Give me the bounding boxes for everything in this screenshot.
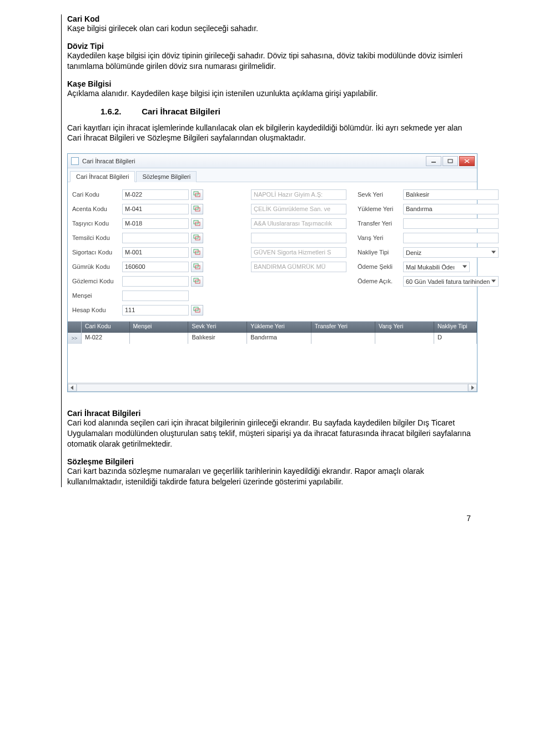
cell-transfer-yeri[interactable] xyxy=(311,333,375,344)
label-gumruk-kodu: Gümrük Kodu xyxy=(72,263,120,270)
grid-header-cari-kodu[interactable]: Cari Kodu xyxy=(82,322,130,333)
lookup-gozlemci-kodu[interactable] xyxy=(191,276,203,287)
window-title: Cari İhracat Bilgileri xyxy=(82,158,135,164)
readonly-sigortaci-desc xyxy=(251,247,346,258)
readonly-temsilci-desc xyxy=(251,233,346,243)
grid-header-varis-yeri[interactable]: Varış Yeri xyxy=(375,322,434,333)
paragraph-intro: Cari kayıtları için ihracat işlemlerinde… xyxy=(67,123,477,144)
select-odeme-sekli[interactable]: Mal Mukabili Ödeı xyxy=(403,262,470,272)
select-odeme-acik[interactable]: 60 Gün Vadeli fatura tarihinden xyxy=(403,276,499,287)
readonly-tasiyici-desc xyxy=(251,218,346,229)
label-cari-kodu: Cari Kodu xyxy=(72,191,120,198)
cell-nakliye-tipi[interactable]: D xyxy=(434,333,477,344)
paragraph-cari-ihracat: Cari kod alanında seçilen cari için ihra… xyxy=(67,418,477,449)
tab-sozlesme[interactable]: Sözleşme Bilgileri xyxy=(136,171,197,182)
heading-sozlesme: Sözleşme Bilgileri xyxy=(67,457,477,466)
label-transfer-yeri: Transfer Yeri xyxy=(358,220,401,227)
grid-empty-area xyxy=(68,344,477,383)
cell-yukleme-yeri[interactable]: Bandırma xyxy=(247,333,311,344)
lookup-sigortaci-kodu[interactable] xyxy=(191,247,203,258)
app-window: Cari İhracat Bilgileri Cari İhracat Bilg… xyxy=(67,153,477,392)
input-gumruk-kodu[interactable] xyxy=(122,262,189,272)
close-button[interactable] xyxy=(459,156,475,166)
grid-header-sevk-yeri[interactable]: Sevk Yeri xyxy=(188,322,247,333)
input-gozlemci-kodu[interactable] xyxy=(122,276,189,287)
input-tasiyici-kodu[interactable] xyxy=(122,218,189,229)
horizontal-scrollbar[interactable] xyxy=(68,383,477,392)
readonly-gumruk-desc xyxy=(251,262,346,272)
label-nakliye-tipi: Nakliye Tipi xyxy=(358,249,401,256)
grid-header-nakliye-tipi[interactable]: Nakliye Tipi xyxy=(434,322,477,333)
lookup-cari-kodu[interactable] xyxy=(191,189,203,200)
table-row[interactable]: >> M-022 Balıkesir Bandırma D xyxy=(68,333,477,344)
paragraph-doviz-tipi: Kaydedilen kaşe bilgisi için döviz tipin… xyxy=(67,51,477,72)
data-grid: Cari Kodu Menşei Sevk Yeri Yükleme Yeri … xyxy=(68,321,477,392)
subchapter-number: 1.6.2. xyxy=(100,107,139,116)
grid-header-mensei[interactable]: Menşei xyxy=(130,322,189,333)
app-icon xyxy=(71,157,79,165)
maximize-button[interactable] xyxy=(443,156,458,166)
label-tasiyici-kodu: Taşıyıcı Kodu xyxy=(72,220,120,227)
label-hesap-kodu: Hesap Kodu xyxy=(72,307,120,313)
select-nakliye-tipi[interactable]: Deniz xyxy=(403,247,499,258)
tab-cari-ihracat[interactable]: Cari İhracat Bilgileri xyxy=(70,171,135,182)
heading-kase-bilgisi: Kaşe Bilgisi xyxy=(67,79,477,88)
readonly-acenta-desc xyxy=(251,204,346,214)
input-sevk-yeri[interactable] xyxy=(403,189,499,200)
page-number: 7 xyxy=(61,495,477,523)
input-sigortaci-kodu[interactable] xyxy=(122,247,189,258)
input-hesap-kodu[interactable] xyxy=(122,305,189,316)
label-gozlemci-kodu: Gözlemci Kodu xyxy=(72,278,120,284)
input-temsilci-kodu[interactable] xyxy=(122,233,189,243)
tab-strip: Cari İhracat Bilgileri Sözleşme Bilgiler… xyxy=(68,168,477,182)
svg-rect-1 xyxy=(448,159,452,163)
heading-doviz-tipi: Döviz Tipi xyxy=(67,42,477,51)
input-yukleme-yeri[interactable] xyxy=(403,204,499,214)
subchapter-heading: 1.6.2. Cari İhracat Bilgileri xyxy=(100,107,477,116)
subchapter-title: Cari İhracat Bilgileri xyxy=(142,107,220,116)
label-temsilci-kodu: Temsilci Kodu xyxy=(72,234,120,241)
svg-marker-21 xyxy=(471,385,474,390)
grid-gutter-head xyxy=(68,322,82,333)
minimize-button[interactable] xyxy=(426,156,441,166)
paragraph-sozlesme: Cari kart bazında sözleşme numaraları ve… xyxy=(67,466,477,487)
paragraph-cari-kod: Kaşe bilgisi girilecek olan cari kodun s… xyxy=(67,23,477,34)
cell-varis-yeri[interactable] xyxy=(375,333,434,344)
cell-cari-kodu[interactable]: M-022 xyxy=(82,333,130,344)
label-sevk-yeri: Sevk Yeri xyxy=(358,191,401,198)
scroll-right-icon[interactable] xyxy=(468,384,477,392)
label-mensei: Menşei xyxy=(72,292,120,299)
lookup-tasiyici-kodu[interactable] xyxy=(191,218,203,229)
label-odeme-sekli: Ödeme Şekli xyxy=(358,263,401,270)
window-titlebar: Cari İhracat Bilgileri xyxy=(68,154,477,168)
input-cari-kodu[interactable] xyxy=(122,189,189,200)
svg-marker-20 xyxy=(71,385,73,390)
heading-cari-ihracat: Cari İhracat Bilgileri xyxy=(67,409,477,418)
heading-cari-kod: Cari Kod xyxy=(67,14,477,23)
form-area: Cari Kodu Acenta Kodu Taşıyıcı Kodu xyxy=(68,182,477,321)
grid-header-yukleme-yeri[interactable]: Yükleme Yeri xyxy=(247,322,311,333)
cell-sevk-yeri[interactable]: Balıkesir xyxy=(188,333,247,344)
grid-header-transfer-yeri[interactable]: Transfer Yeri xyxy=(311,322,375,333)
cell-mensei[interactable] xyxy=(130,333,189,344)
lookup-hesap-kodu[interactable] xyxy=(191,305,203,316)
row-marker-icon: >> xyxy=(68,333,82,344)
label-yukleme-yeri: Yükleme Yeri xyxy=(358,206,401,212)
label-acenta-kodu: Acenta Kodu xyxy=(72,206,120,212)
input-varis-yeri[interactable] xyxy=(403,233,499,243)
label-odeme-acik: Ödeme Açık. xyxy=(358,278,401,284)
lookup-gumruk-kodu[interactable] xyxy=(191,262,203,272)
lookup-temsilci-kodu[interactable] xyxy=(191,233,203,243)
input-transfer-yeri[interactable] xyxy=(403,218,499,229)
lookup-acenta-kodu[interactable] xyxy=(191,204,203,214)
input-mensei[interactable] xyxy=(122,291,189,301)
scroll-left-icon[interactable] xyxy=(68,384,77,392)
label-sigortaci-kodu: Sigortacı Kodu xyxy=(72,249,120,256)
label-varis-yeri: Varış Yeri xyxy=(358,234,401,241)
scroll-track[interactable] xyxy=(77,384,468,392)
paragraph-kase-bilgisi: Açıklama alanıdır. Kaydedilen kaşe bilgi… xyxy=(67,88,477,99)
readonly-cari-desc xyxy=(251,189,346,200)
input-acenta-kodu[interactable] xyxy=(122,204,189,214)
